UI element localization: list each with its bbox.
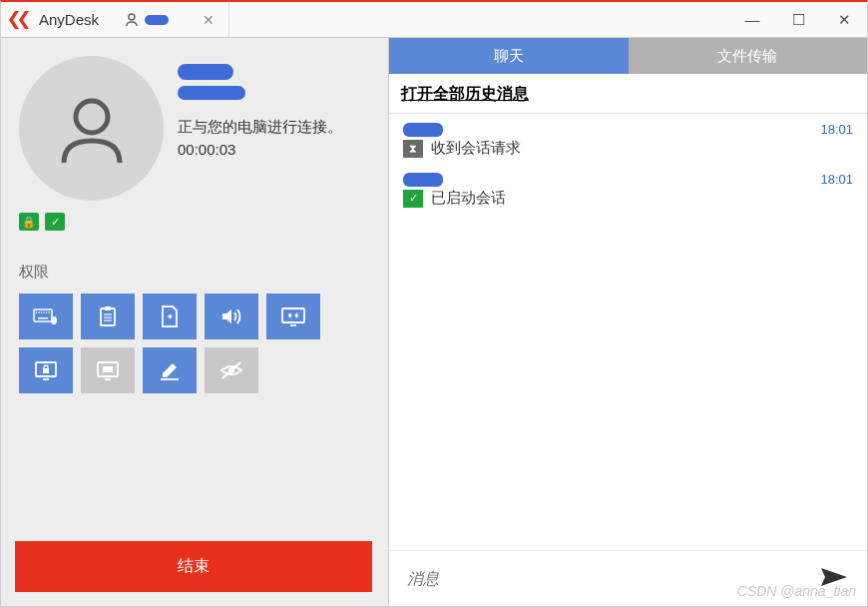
- hourglass-icon: ⧗: [403, 140, 423, 158]
- perm-lock[interactable]: [19, 347, 73, 393]
- perm-clipboard[interactable]: [81, 294, 135, 339]
- svg-rect-22: [103, 366, 113, 372]
- app-window: AnyDesk ✕ — ☐ ✕ 正与您的电脑进行连接。 00:00:03: [0, 0, 868, 607]
- svg-rect-2: [34, 309, 52, 321]
- session-tab-label-redacted: [145, 15, 169, 25]
- close-button[interactable]: ✕: [821, 2, 867, 37]
- tab-chat[interactable]: 聊天: [389, 38, 629, 74]
- end-session-button[interactable]: 结束: [15, 541, 372, 592]
- right-panel: 聊天 文件传输 打开全部历史消息 18:01 ⧗ 收到会话请求: [388, 38, 867, 606]
- remote-id-redacted: [178, 86, 245, 100]
- svg-point-4: [38, 311, 40, 313]
- remote-name-redacted: [178, 64, 233, 80]
- message-text: 收到会话请求: [431, 139, 521, 158]
- main-body: 正与您的电脑进行连接。 00:00:03 🔒 ✓ 权限: [1, 38, 867, 606]
- check-icon: ✓: [403, 190, 423, 208]
- message-time: 18:01: [820, 172, 853, 187]
- perm-record[interactable]: [81, 347, 135, 393]
- titlebar: AnyDesk ✕ — ☐ ✕: [1, 2, 867, 38]
- message-time: 18:01: [820, 122, 853, 137]
- app-title: AnyDesk: [39, 11, 99, 28]
- permissions-grid: [19, 294, 370, 393]
- send-button[interactable]: [819, 565, 849, 592]
- connection-status-text: 正与您的电脑进行连接。: [178, 118, 370, 137]
- svg-rect-9: [38, 317, 48, 319]
- svg-point-5: [41, 311, 43, 313]
- lock-status-icon: 🔒: [19, 213, 39, 231]
- svg-point-3: [36, 311, 38, 313]
- sender-name-redacted: [403, 173, 443, 187]
- status-icons: 🔒 ✓: [19, 213, 370, 231]
- open-history-link[interactable]: 打开全部历史消息: [389, 74, 867, 114]
- svg-rect-12: [105, 306, 111, 310]
- sender-name-redacted: [403, 123, 443, 137]
- left-panel: 正与您的电脑进行连接。 00:00:03 🔒 ✓ 权限: [1, 38, 388, 606]
- perm-draw[interactable]: [143, 347, 197, 393]
- maximize-button[interactable]: ☐: [775, 2, 821, 37]
- svg-point-8: [48, 311, 50, 313]
- perm-privacy[interactable]: [205, 347, 258, 393]
- perm-keyboard-mouse[interactable]: [19, 294, 73, 339]
- session-tab[interactable]: ✕: [111, 2, 229, 37]
- right-tabs: 聊天 文件传输: [389, 38, 867, 74]
- person-icon: [125, 13, 139, 27]
- svg-rect-16: [282, 308, 304, 322]
- minimize-button[interactable]: —: [729, 2, 775, 37]
- svg-point-10: [51, 316, 57, 324]
- message-item: 18:01 ⧗ 收到会话请求: [403, 122, 853, 158]
- svg-point-7: [46, 311, 48, 313]
- anydesk-logo-icon: [9, 11, 33, 29]
- message-text: 已启动会话: [431, 189, 506, 208]
- avatar-person-icon: [52, 89, 132, 169]
- perm-audio[interactable]: [205, 294, 258, 339]
- permissions-label: 权限: [19, 263, 370, 282]
- svg-point-6: [43, 311, 45, 313]
- message-input[interactable]: [407, 570, 819, 588]
- connection-timer: 00:00:03: [178, 141, 370, 158]
- app-logo-area: AnyDesk: [1, 2, 111, 37]
- info-column: 正与您的电脑进行连接。 00:00:03: [178, 56, 370, 201]
- message-input-row: [389, 550, 867, 606]
- avatar: [19, 56, 164, 201]
- perm-display[interactable]: [266, 294, 320, 339]
- svg-rect-19: [43, 368, 49, 373]
- tab-close-button[interactable]: ✕: [203, 12, 215, 28]
- monitor-status-icon: ✓: [45, 213, 65, 231]
- tab-file-transfer[interactable]: 文件传输: [629, 38, 868, 74]
- send-icon: [819, 565, 849, 589]
- svg-point-1: [76, 101, 108, 133]
- svg-line-26: [222, 362, 240, 378]
- message-item: 18:01 ✓ 已启动会话: [403, 172, 853, 208]
- svg-point-0: [129, 14, 135, 20]
- perm-file-transfer[interactable]: [143, 294, 197, 339]
- message-list: 18:01 ⧗ 收到会话请求 18:01 ✓ 已启动会话: [389, 114, 867, 550]
- profile-row: 正与您的电脑进行连接。 00:00:03: [19, 56, 370, 201]
